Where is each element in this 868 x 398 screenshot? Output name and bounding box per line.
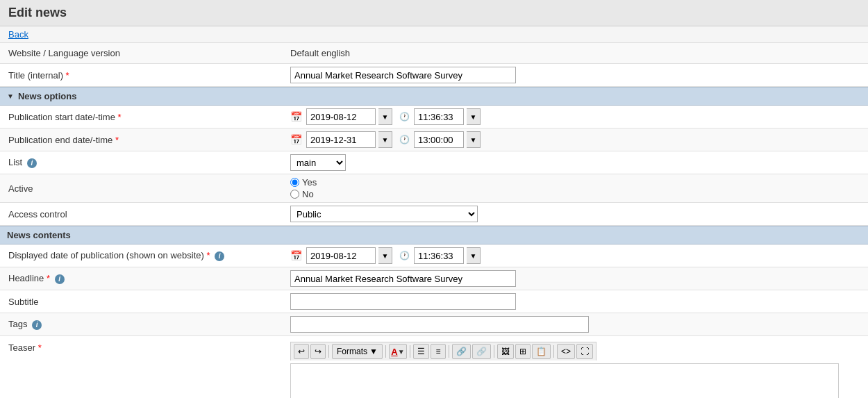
subtitle-input[interactable]: [290, 293, 516, 310]
tags-value: [285, 313, 868, 335]
pub-end-required: *: [115, 135, 119, 145]
clip-icon: 📋: [536, 347, 546, 356]
subtitle-value: [285, 290, 868, 313]
subtitle-label: Subtitle: [0, 293, 285, 310]
news-options-label: News options: [18, 91, 77, 101]
title-value-cell: [285, 64, 868, 86]
font-color-button[interactable]: A ▼: [389, 344, 407, 359]
website-language-row: Website / Language version Default engli…: [0, 43, 868, 64]
title-label: Title (internal) *: [0, 67, 285, 84]
unlink-button[interactable]: 🔗: [472, 344, 491, 359]
pub-end-date-input[interactable]: [306, 131, 376, 148]
redo-button[interactable]: ↪: [310, 344, 326, 359]
clock-icon-displayed: 🕐: [399, 251, 410, 260]
pub-end-value: 📅 ▼ 🕐 ▼: [285, 128, 868, 151]
displayed-time-input[interactable]: [414, 247, 464, 264]
headline-info-icon: i: [55, 274, 65, 284]
bullet-list-button[interactable]: ☰: [413, 344, 429, 359]
teaser-editor[interactable]: [290, 363, 839, 398]
pub-start-row: Publication start date/-time * 📅 ▼ 🕐 ▼: [0, 106, 868, 128]
bullet-list-icon: ☰: [417, 347, 425, 356]
tags-input[interactable]: [290, 316, 589, 333]
news-contents-header: News contents: [0, 226, 868, 244]
list-row: List i main: [0, 151, 868, 174]
displayed-date-value: 📅 ▼ 🕐 ▼: [285, 244, 868, 267]
list-select[interactable]: main: [290, 154, 346, 171]
title-required-star: *: [66, 70, 69, 81]
active-radio-group: Yes No: [290, 177, 317, 199]
list-value: main: [285, 151, 868, 174]
displayed-date-info-icon: i: [215, 251, 224, 261]
displayed-time-dropdown[interactable]: ▼: [467, 247, 481, 264]
tags-row: Tags i: [0, 313, 868, 336]
undo-button[interactable]: ↩: [294, 344, 309, 359]
link-button[interactable]: 🔗: [452, 344, 471, 359]
active-no-radio[interactable]: [290, 190, 299, 199]
teaser-row: Teaser * ↩ ↪ Formats ▼ A ▼ ☰: [0, 336, 868, 398]
fullscreen-button[interactable]: ⛶: [576, 344, 593, 359]
pub-start-date-input[interactable]: [306, 108, 376, 125]
website-language-text: Default english: [290, 48, 350, 58]
clip-button[interactable]: 📋: [532, 344, 551, 359]
displayed-date-label: Displayed date of publication (shown on …: [0, 247, 285, 265]
title-row: Title (internal) *: [0, 64, 868, 87]
pub-end-row: Publication end date/-time * 📅 ▼ 🕐 ▼: [0, 128, 868, 151]
formats-label: Formats: [337, 347, 367, 356]
active-value: Yes No: [285, 174, 868, 202]
access-select[interactable]: Public: [290, 206, 478, 222]
website-language-label: Website / Language version: [0, 44, 285, 62]
title-input[interactable]: [290, 67, 516, 83]
pub-start-value: 📅 ▼ 🕐 ▼: [285, 106, 868, 128]
back-link[interactable]: Back: [0, 26, 868, 43]
pub-start-time-input[interactable]: [414, 108, 464, 125]
clock-icon: 🕐: [399, 112, 410, 122]
active-yes-radio[interactable]: [290, 178, 299, 187]
formats-button[interactable]: Formats ▼: [332, 344, 383, 359]
unlink-icon: 🔗: [476, 347, 487, 356]
pub-end-date-dropdown[interactable]: ▼: [378, 131, 392, 148]
calendar-icon: 📅: [290, 111, 302, 122]
access-label: Access control: [0, 206, 285, 223]
headline-label: Headline * i: [0, 270, 285, 288]
active-yes-text: Yes: [302, 177, 317, 188]
ordered-list-button[interactable]: ≡: [431, 344, 446, 359]
tags-label: Tags i: [0, 315, 285, 333]
table-button[interactable]: ⊞: [515, 344, 531, 359]
image-button[interactable]: 🖼: [497, 344, 514, 359]
page-header: Edit news: [0, 0, 868, 26]
displayed-date-required: *: [206, 250, 210, 260]
pub-start-date-dropdown[interactable]: ▼: [378, 108, 392, 125]
list-info-icon: i: [27, 158, 37, 168]
teaser-label: Teaser *: [0, 339, 285, 356]
code-button[interactable]: <>: [557, 344, 575, 359]
pub-end-time-input[interactable]: [414, 131, 464, 148]
link-icon: 🔗: [456, 347, 467, 356]
pub-end-label: Publication end date/-time *: [0, 131, 285, 149]
pub-end-time-dropdown[interactable]: ▼: [467, 131, 481, 148]
active-no-label[interactable]: No: [290, 189, 317, 199]
active-label: Active: [0, 180, 285, 197]
calendar-icon-displayed: 📅: [290, 250, 302, 261]
image-icon: 🖼: [501, 347, 510, 356]
clock-icon-end: 🕐: [399, 135, 410, 144]
code-icon: <>: [561, 347, 571, 356]
toolbar-sep-6: [553, 345, 554, 358]
access-value: Public: [285, 203, 868, 225]
headline-value: [285, 267, 868, 290]
toolbar-sep-2: [385, 345, 386, 358]
pub-start-time-dropdown[interactable]: ▼: [467, 108, 481, 125]
active-row: Active Yes No: [0, 174, 868, 203]
toolbar-sep-4: [449, 345, 449, 358]
active-yes-label[interactable]: Yes: [290, 177, 317, 188]
access-row: Access control Public: [0, 203, 868, 226]
formats-arrow: ▼: [369, 347, 378, 356]
displayed-date-input[interactable]: [306, 247, 376, 264]
headline-input[interactable]: [290, 270, 516, 287]
table-icon: ⊞: [519, 347, 526, 356]
pub-start-label: Publication start date/-time *: [0, 108, 285, 126]
tags-info-icon: i: [32, 320, 42, 330]
headline-row: Headline * i: [0, 267, 868, 290]
toggle-icon[interactable]: ▼: [7, 92, 14, 100]
toolbar-sep-5: [494, 345, 494, 358]
displayed-date-dropdown[interactable]: ▼: [378, 247, 392, 264]
